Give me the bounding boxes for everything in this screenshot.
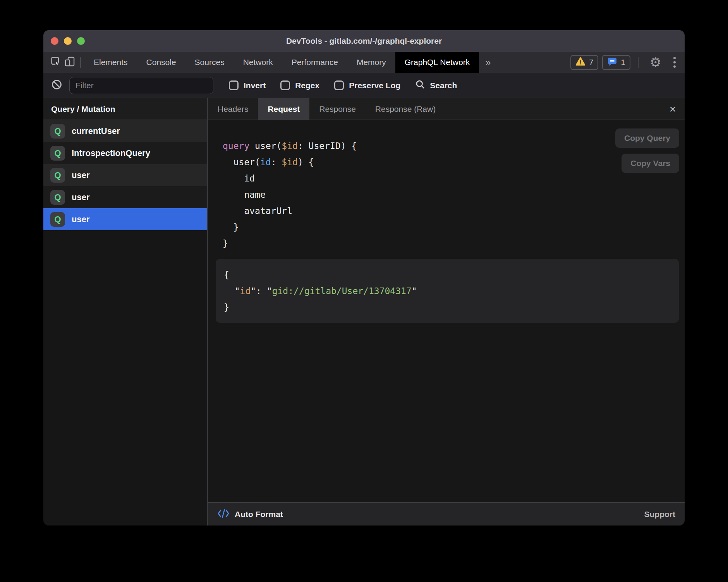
code-line: user(id: $id) { xyxy=(223,154,357,170)
checkbox-label: Preserve Log xyxy=(349,81,400,90)
tab-response[interactable]: Response xyxy=(309,98,366,120)
device-toolbar-icon xyxy=(64,56,75,68)
tab-memory[interactable]: Memory xyxy=(347,52,395,73)
block-button[interactable] xyxy=(50,79,64,92)
query-list-item-label: user xyxy=(72,214,89,224)
query-type-badge: Q xyxy=(50,168,65,183)
warning-icon xyxy=(575,57,585,68)
checkbox-label: Regex xyxy=(295,81,319,90)
code-token: name xyxy=(223,190,266,200)
auto-format-label: Auto Format xyxy=(235,510,283,519)
auto-format-button[interactable]: Auto Format xyxy=(217,508,283,520)
query-list-item-label: IntrospectionQuery xyxy=(72,148,150,158)
code-token: " xyxy=(251,286,256,296)
code-token: query xyxy=(223,141,249,151)
zoom-window-button[interactable] xyxy=(77,37,85,45)
tab-console[interactable]: Console xyxy=(137,52,185,73)
window-title: DevTools - gitlab.com/-/graphql-explorer xyxy=(286,36,442,46)
code-line: "id": "gid://gitlab/User/13704317" xyxy=(224,283,679,299)
checkbox-box[interactable] xyxy=(280,80,290,90)
tab-request[interactable]: Request xyxy=(258,98,309,120)
traffic-lights xyxy=(51,30,85,52)
code-token: id xyxy=(240,286,251,296)
warnings-badge[interactable]: 7 xyxy=(570,55,598,70)
more-tabs-button[interactable]: » xyxy=(479,56,497,68)
minimize-window-button[interactable] xyxy=(64,37,72,45)
code-token: $id xyxy=(282,141,298,151)
code-line: id xyxy=(223,170,357,187)
query-list-item[interactable]: Quser xyxy=(43,186,207,208)
checkbox-box[interactable] xyxy=(229,80,239,90)
code-token: " xyxy=(224,286,240,296)
tab-network[interactable]: Network xyxy=(234,52,282,73)
device-toolbar-button[interactable] xyxy=(63,55,77,69)
issues-badge[interactable]: 1 xyxy=(602,55,630,70)
main-split: Query / Mutation QcurrentUserQIntrospect… xyxy=(43,98,685,526)
preserve-log-checkbox[interactable]: Preserve Log xyxy=(334,80,400,90)
devtools-tabs: ElementsConsoleSourcesNetworkPerformance… xyxy=(84,52,479,73)
code-token: user( xyxy=(249,141,282,151)
checkbox-label: Invert xyxy=(244,81,266,90)
tab-headers[interactable]: Headers xyxy=(208,98,258,120)
code-token: { xyxy=(224,270,229,280)
code-token: : xyxy=(271,157,282,167)
inspect-element-button[interactable] xyxy=(49,55,63,69)
code-line: } xyxy=(223,219,357,235)
code-token: id xyxy=(260,157,271,167)
copy-query-button[interactable]: Copy Query xyxy=(615,128,679,148)
code-token: " xyxy=(412,286,417,296)
graphql-query-code: query user($id: UserID) { user(id: $id) … xyxy=(223,138,357,252)
code-token: avatarUrl xyxy=(223,206,292,216)
search-icon xyxy=(415,79,426,91)
tab-performance[interactable]: Performance xyxy=(282,52,347,73)
code-token: } xyxy=(223,222,239,232)
query-type-badge: Q xyxy=(50,124,65,139)
devtools-window: DevTools - gitlab.com/-/graphql-explorer… xyxy=(43,30,685,526)
toolbar-divider xyxy=(638,57,639,68)
query-list-item-label: user xyxy=(72,170,89,180)
code-line: name xyxy=(223,187,357,203)
tab-response-raw[interactable]: Response (Raw) xyxy=(366,98,445,120)
query-list-item[interactable]: Quser xyxy=(43,164,207,186)
checkbox-box[interactable] xyxy=(334,80,344,90)
close-icon[interactable]: × xyxy=(669,103,676,115)
code-token: } xyxy=(224,302,229,312)
code-line: { xyxy=(224,267,679,283)
code-brackets-icon xyxy=(217,508,230,520)
detail-footer: Auto Format Support xyxy=(208,502,685,526)
block-icon xyxy=(51,79,62,92)
query-list-item-label: user xyxy=(72,192,89,202)
query-list-item[interactable]: QcurrentUser xyxy=(43,120,207,142)
detail-tabbar: HeadersRequestResponseResponse (Raw) × xyxy=(208,98,685,120)
code-token: : UserID) { xyxy=(298,141,357,151)
variables-box: { "id": "gid://gitlab/User/13704317"} xyxy=(216,259,679,323)
code-token: ) { xyxy=(298,157,314,167)
warning-count: 7 xyxy=(589,58,593,67)
support-link[interactable]: Support xyxy=(644,510,675,519)
code-line: query user($id: UserID) { xyxy=(223,138,357,154)
toolbar-divider xyxy=(80,57,81,68)
filter-input[interactable] xyxy=(69,77,213,94)
tab-elements[interactable]: Elements xyxy=(84,52,137,73)
regex-checkbox[interactable]: Regex xyxy=(280,80,319,90)
copy-vars-button[interactable]: Copy Vars xyxy=(622,154,679,173)
query-type-badge: Q xyxy=(50,212,65,227)
message-icon xyxy=(607,57,617,68)
invert-checkbox[interactable]: Invert xyxy=(229,80,266,90)
filter-toolbar: InvertRegexPreserve Log Search xyxy=(43,73,685,98)
kebab-menu-icon[interactable] xyxy=(669,56,680,69)
query-type-badge: Q xyxy=(50,146,65,161)
query-list-item[interactable]: Quser xyxy=(43,208,207,230)
variables-code: { "id": "gid://gitlab/User/13704317"} xyxy=(216,259,679,315)
query-list-item[interactable]: QIntrospectionQuery xyxy=(43,142,207,164)
search-label: Search xyxy=(430,81,457,90)
search-toggle[interactable]: Search xyxy=(415,79,457,91)
main-tabbar: ElementsConsoleSourcesNetworkPerformance… xyxy=(43,52,685,73)
code-token: user( xyxy=(223,157,260,167)
code-token: : xyxy=(256,286,267,296)
settings-gear-icon[interactable]: ⚙ xyxy=(646,56,665,69)
tab-sources[interactable]: Sources xyxy=(185,52,234,73)
code-token: } xyxy=(223,238,228,248)
tab-graphql-network[interactable]: GraphQL Network xyxy=(395,52,479,73)
close-window-button[interactable] xyxy=(51,37,58,45)
